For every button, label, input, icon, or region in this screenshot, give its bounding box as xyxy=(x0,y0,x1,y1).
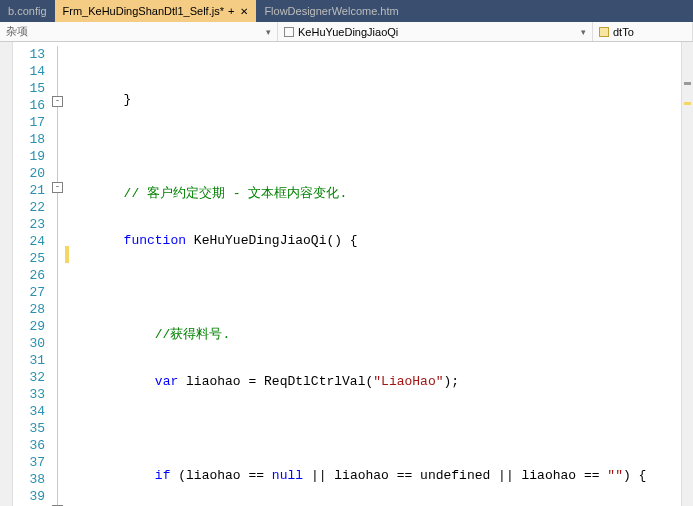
scroll-mark xyxy=(684,102,691,105)
code-line: if (liaohao == null || liaohao == undefi… xyxy=(65,467,681,484)
fold-toggle[interactable]: - xyxy=(52,182,63,193)
code-line: // 客户约定交期 - 文本框内容变化. xyxy=(65,185,681,202)
scroll-mark xyxy=(684,82,691,85)
chevron-down-icon: ▾ xyxy=(266,27,271,37)
change-marker xyxy=(65,246,69,263)
line-number: 20 xyxy=(13,165,51,182)
code-line: function KeHuYueDingJiaoQi() { xyxy=(65,232,681,249)
line-number: 23 xyxy=(13,216,51,233)
line-number: 30 xyxy=(13,335,51,352)
line-number: 31 xyxy=(13,352,51,369)
line-number-gutter: 13 14 15 16 17 18 19 20 21 22 23 24 25 2… xyxy=(13,42,51,506)
fold-guide xyxy=(57,46,58,506)
code-area[interactable]: } // 客户约定交期 - 文本框内容变化. function KeHuYueD… xyxy=(65,42,681,506)
line-number: 37 xyxy=(13,454,51,471)
tab-self-js[interactable]: Frm_KeHuDingShanDtl1_Self.js* + ✕ xyxy=(55,0,257,22)
bookmark-margin[interactable] xyxy=(0,42,13,506)
field-icon xyxy=(599,27,609,37)
member-label: dtTo xyxy=(613,26,634,38)
line-number: 32 xyxy=(13,369,51,386)
tab-label: b.config xyxy=(8,5,47,17)
line-number: 35 xyxy=(13,420,51,437)
code-editor[interactable]: 13 14 15 16 17 18 19 20 21 22 23 24 25 2… xyxy=(0,42,693,506)
function-dropdown[interactable]: KeHuYueDingJiaoQi ▾ xyxy=(278,22,593,41)
line-number: 38 xyxy=(13,471,51,488)
line-number: 29 xyxy=(13,318,51,335)
chevron-down-icon: ▾ xyxy=(581,27,586,37)
tab-welcome[interactable]: FlowDesignerWelcome.htm xyxy=(256,0,406,22)
code-line xyxy=(65,420,681,437)
line-number: 36 xyxy=(13,437,51,454)
line-number: 33 xyxy=(13,386,51,403)
method-icon xyxy=(284,27,294,37)
line-number: 16 xyxy=(13,97,51,114)
line-number: 27 xyxy=(13,284,51,301)
line-number: 14 xyxy=(13,63,51,80)
function-label: KeHuYueDingJiaoQi xyxy=(298,26,398,38)
line-number: 13 xyxy=(13,46,51,63)
line-number: 15 xyxy=(13,80,51,97)
tab-label: FlowDesignerWelcome.htm xyxy=(264,5,398,17)
line-number: 24 xyxy=(13,233,51,250)
close-icon[interactable]: ✕ xyxy=(240,6,248,17)
fold-margin[interactable]: - - - xyxy=(51,42,65,506)
line-number: 39 xyxy=(13,488,51,505)
navigation-bar: 杂项 ▾ KeHuYueDingJiaoQi ▾ dtTo xyxy=(0,22,693,42)
line-number: 28 xyxy=(13,301,51,318)
line-number: 26 xyxy=(13,267,51,284)
scope-label: 杂项 xyxy=(6,24,28,39)
code-line xyxy=(65,138,681,155)
code-line xyxy=(65,279,681,296)
code-line: var liaohao = ReqDtlCtrlVal("LiaoHao"); xyxy=(65,373,681,390)
line-number: 17 xyxy=(13,114,51,131)
code-line: //获得料号. xyxy=(65,326,681,343)
fold-toggle[interactable]: - xyxy=(52,96,63,107)
member-dropdown[interactable]: dtTo xyxy=(593,22,693,41)
line-number: 25 xyxy=(13,250,51,267)
vertical-scrollbar[interactable] xyxy=(681,42,693,506)
line-number: 18 xyxy=(13,131,51,148)
pin-icon[interactable]: + xyxy=(228,5,234,17)
line-number: 34 xyxy=(13,403,51,420)
line-number: 19 xyxy=(13,148,51,165)
document-tabs: b.config Frm_KeHuDingShanDtl1_Self.js* +… xyxy=(0,0,693,22)
scope-dropdown[interactable]: 杂项 ▾ xyxy=(0,22,278,41)
line-number: 22 xyxy=(13,199,51,216)
code-line: } xyxy=(65,91,681,108)
line-number: 21 xyxy=(13,182,51,199)
tab-config[interactable]: b.config xyxy=(0,0,55,22)
tab-label: Frm_KeHuDingShanDtl1_Self.js* xyxy=(63,5,224,17)
